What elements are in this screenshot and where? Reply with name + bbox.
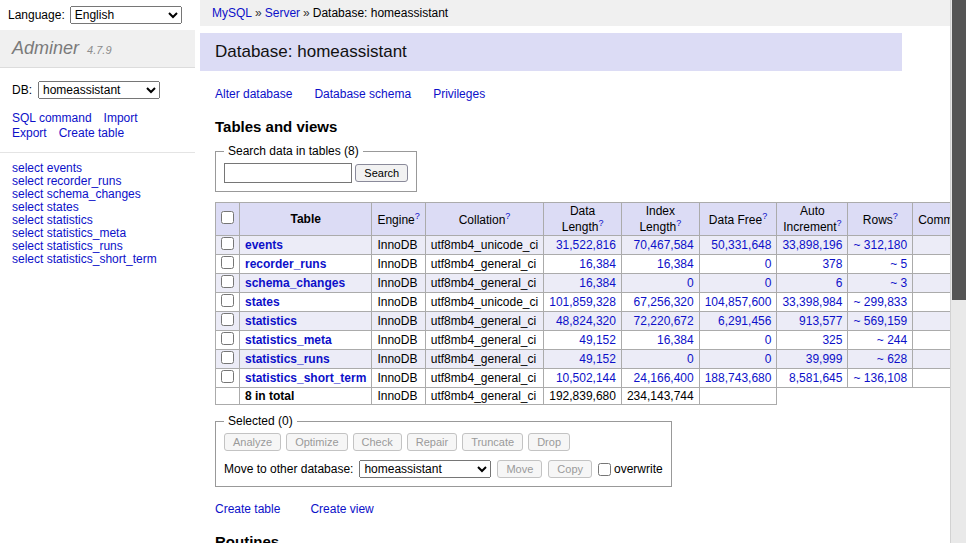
index-length-link[interactable]: 67,256,320 bbox=[634, 295, 694, 309]
table-name-link[interactable]: events bbox=[245, 238, 283, 252]
copy-button[interactable]: Copy bbox=[548, 460, 592, 478]
sidebar-link-export[interactable]: Export bbox=[12, 126, 47, 140]
help-link[interactable]: ? bbox=[837, 218, 842, 228]
help-link[interactable]: ? bbox=[505, 211, 510, 221]
row-checkbox[interactable] bbox=[221, 294, 234, 307]
data-free-link[interactable]: 0 bbox=[765, 352, 772, 366]
index-length-link[interactable]: 70,467,584 bbox=[634, 238, 694, 252]
table-name-link[interactable]: statistics_short_term bbox=[245, 371, 366, 385]
rows-count-link[interactable]: ~ 569,159 bbox=[853, 314, 907, 328]
sidebar-select-link[interactable]: select bbox=[12, 252, 43, 266]
link-privileges[interactable]: Privileges bbox=[433, 87, 485, 101]
data-length-link[interactable]: 16,384 bbox=[579, 257, 616, 271]
index-length-link[interactable]: 72,220,672 bbox=[634, 314, 694, 328]
index-length-link[interactable]: 16,384 bbox=[657, 257, 694, 271]
move-button[interactable]: Move bbox=[497, 460, 542, 478]
help-link[interactable]: ? bbox=[676, 218, 681, 228]
repair-button[interactable]: Repair bbox=[407, 433, 457, 451]
data-length-link[interactable]: 48,824,320 bbox=[556, 314, 616, 328]
language-select[interactable]: English bbox=[70, 6, 182, 24]
adminer-logo-link[interactable]: Adminer bbox=[12, 38, 79, 58]
db-select[interactable]: homeassistant bbox=[38, 81, 160, 99]
sidebar-table-link[interactable]: statistics_short_term bbox=[47, 252, 157, 266]
link-create-view[interactable]: Create view bbox=[310, 502, 373, 516]
data-free-link[interactable]: 50,331,648 bbox=[711, 238, 771, 252]
search-button[interactable]: Search bbox=[355, 164, 408, 182]
row-checkbox[interactable] bbox=[221, 332, 234, 345]
rows-count-link[interactable]: ~ 3 bbox=[890, 276, 907, 290]
sidebar-select-link[interactable]: select bbox=[12, 226, 43, 240]
sidebar-select-link[interactable]: select bbox=[12, 239, 43, 253]
table-name-link[interactable]: statistics_meta bbox=[245, 333, 332, 347]
help-link[interactable]: ? bbox=[598, 218, 603, 228]
row-checkbox[interactable] bbox=[221, 237, 234, 250]
auto-increment-link[interactable]: 33,398,984 bbox=[782, 295, 842, 309]
row-checkbox[interactable] bbox=[221, 313, 234, 326]
select-all-checkbox[interactable] bbox=[221, 211, 234, 224]
optimize-button[interactable]: Optimize bbox=[286, 433, 347, 451]
data-free-link[interactable]: 0 bbox=[765, 333, 772, 347]
index-length-link[interactable]: 16,384 bbox=[657, 333, 694, 347]
breadcrumb-link-server[interactable]: Server bbox=[265, 6, 300, 20]
sidebar-link-create-table[interactable]: Create table bbox=[59, 126, 124, 140]
scrollbar-thumb[interactable] bbox=[952, 0, 966, 300]
drop-button[interactable]: Drop bbox=[528, 433, 570, 451]
sidebar-table-link[interactable]: schema_changes bbox=[47, 187, 141, 201]
table-name-link[interactable]: recorder_runs bbox=[245, 257, 326, 271]
link-alter-database[interactable]: Alter database bbox=[215, 87, 292, 101]
sidebar-select-link[interactable]: select bbox=[12, 174, 43, 188]
data-free-link[interactable]: 0 bbox=[765, 257, 772, 271]
sidebar-table-link[interactable]: states bbox=[47, 200, 79, 214]
sidebar-select-link[interactable]: select bbox=[12, 213, 43, 227]
sidebar-table-link[interactable]: recorder_runs bbox=[47, 174, 122, 188]
auto-increment-link[interactable]: 378 bbox=[822, 257, 842, 271]
link-create-table[interactable]: Create table bbox=[215, 502, 280, 516]
sidebar-table-link[interactable]: statistics_meta bbox=[47, 226, 126, 240]
table-name-link[interactable]: statistics_runs bbox=[245, 352, 330, 366]
help-link[interactable]: ? bbox=[415, 211, 420, 221]
rows-count-link[interactable]: ~ 244 bbox=[877, 333, 907, 347]
data-length-link[interactable]: 10,502,144 bbox=[556, 371, 616, 385]
help-link[interactable]: ? bbox=[762, 211, 767, 221]
overwrite-checkbox[interactable] bbox=[598, 463, 611, 476]
index-length-link[interactable]: 0 bbox=[687, 352, 694, 366]
rows-count-link[interactable]: ~ 5 bbox=[890, 257, 907, 271]
table-name-link[interactable]: statistics bbox=[245, 314, 297, 328]
link-database-schema[interactable]: Database schema bbox=[314, 87, 411, 101]
data-length-link[interactable]: 49,152 bbox=[579, 333, 616, 347]
row-checkbox[interactable] bbox=[221, 370, 234, 383]
auto-increment-link[interactable]: 325 bbox=[822, 333, 842, 347]
sidebar-select-link[interactable]: select bbox=[12, 161, 43, 175]
index-length-link[interactable]: 24,166,400 bbox=[634, 371, 694, 385]
data-length-link[interactable]: 31,522,816 bbox=[556, 238, 616, 252]
data-free-link[interactable]: 6,291,456 bbox=[718, 314, 771, 328]
data-free-link[interactable]: 104,857,600 bbox=[705, 295, 772, 309]
check-button[interactable]: Check bbox=[353, 433, 402, 451]
data-free-link[interactable]: 0 bbox=[765, 276, 772, 290]
auto-increment-link[interactable]: 913,577 bbox=[799, 314, 842, 328]
row-checkbox[interactable] bbox=[221, 351, 234, 364]
row-checkbox[interactable] bbox=[221, 275, 234, 288]
table-name-link[interactable]: schema_changes bbox=[245, 276, 345, 290]
move-db-select[interactable]: homeassistant bbox=[359, 460, 491, 478]
data-length-link[interactable]: 16,384 bbox=[579, 276, 616, 290]
sidebar-table-link[interactable]: statistics bbox=[47, 213, 93, 227]
rows-count-link[interactable]: ~ 312,180 bbox=[853, 238, 907, 252]
help-link[interactable]: ? bbox=[893, 211, 898, 221]
data-free-link[interactable]: 188,743,680 bbox=[705, 371, 772, 385]
sidebar-select-link[interactable]: select bbox=[12, 200, 43, 214]
auto-increment-link[interactable]: 39,999 bbox=[806, 352, 843, 366]
scrollbar[interactable] bbox=[950, 0, 966, 543]
sidebar-link-sql-command[interactable]: SQL command bbox=[12, 111, 92, 125]
sidebar-table-link[interactable]: events bbox=[47, 161, 82, 175]
sidebar-table-link[interactable]: statistics_runs bbox=[47, 239, 123, 253]
row-checkbox[interactable] bbox=[221, 256, 234, 269]
auto-increment-link[interactable]: 33,898,196 bbox=[782, 238, 842, 252]
data-length-link[interactable]: 101,859,328 bbox=[549, 295, 616, 309]
index-length-link[interactable]: 0 bbox=[687, 276, 694, 290]
sidebar-select-link[interactable]: select bbox=[12, 187, 43, 201]
search-input[interactable] bbox=[224, 163, 352, 183]
auto-increment-link[interactable]: 6 bbox=[836, 276, 843, 290]
rows-count-link[interactable]: ~ 299,833 bbox=[853, 295, 907, 309]
data-length-link[interactable]: 49,152 bbox=[579, 352, 616, 366]
